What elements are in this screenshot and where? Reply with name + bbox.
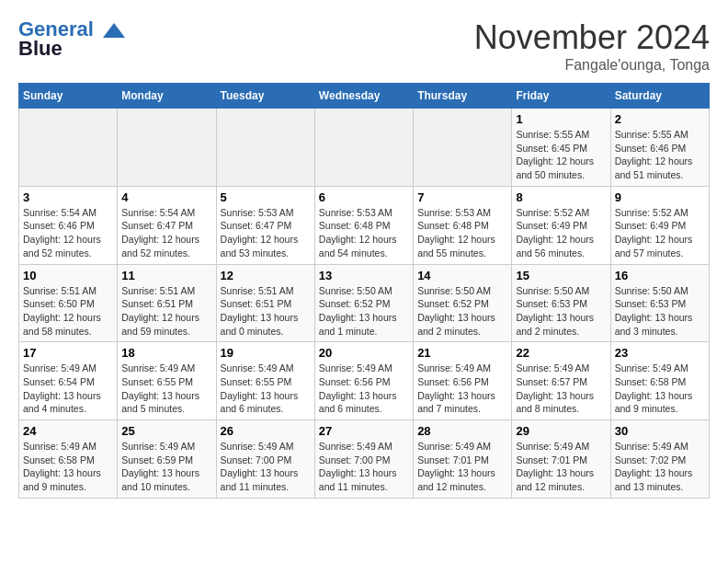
calendar-cell: 7Sunrise: 5:53 AM Sunset: 6:48 PM Daylig… [414,186,512,264]
location-subtitle: Fangale'ounga, Tonga [474,57,710,74]
day-info: Sunrise: 5:54 AM Sunset: 6:46 PM Dayligh… [23,206,113,260]
week-row-2: 10Sunrise: 5:51 AM Sunset: 6:50 PM Dayli… [19,264,710,342]
day-number: 6 [319,190,409,204]
day-info: Sunrise: 5:49 AM Sunset: 6:56 PM Dayligh… [319,362,409,416]
day-info: Sunrise: 5:54 AM Sunset: 6:47 PM Dayligh… [121,206,211,260]
day-info: Sunrise: 5:53 AM Sunset: 6:48 PM Dayligh… [417,206,507,260]
calendar-cell: 17Sunrise: 5:49 AM Sunset: 6:54 PM Dayli… [19,342,118,420]
day-number: 24 [23,424,113,438]
month-title: November 2024 [474,18,710,57]
calendar-cell: 9Sunrise: 5:52 AM Sunset: 6:49 PM Daylig… [610,186,709,264]
weekday-header-tuesday: Tuesday [216,84,314,109]
day-info: Sunrise: 5:49 AM Sunset: 6:57 PM Dayligh… [516,362,606,416]
day-info: Sunrise: 5:49 AM Sunset: 7:00 PM Dayligh… [221,440,311,494]
day-number: 27 [319,424,409,438]
calendar-cell: 27Sunrise: 5:49 AM Sunset: 7:00 PM Dayli… [314,420,413,499]
day-number: 4 [121,190,211,204]
calendar-cell: 3Sunrise: 5:54 AM Sunset: 6:46 PM Daylig… [19,186,118,264]
calendar-cell: 8Sunrise: 5:52 AM Sunset: 6:49 PM Daylig… [512,186,610,264]
day-info: Sunrise: 5:52 AM Sunset: 6:49 PM Dayligh… [516,206,606,260]
day-number: 21 [417,346,507,360]
day-number: 23 [615,346,705,360]
calendar-cell: 25Sunrise: 5:49 AM Sunset: 6:59 PM Dayli… [118,420,216,499]
day-number: 22 [516,346,606,360]
day-info: Sunrise: 5:51 AM Sunset: 6:51 PM Dayligh… [221,284,311,339]
calendar-cell [19,109,118,187]
day-number: 5 [221,190,311,204]
svg-marker-0 [103,23,125,38]
day-info: Sunrise: 5:50 AM Sunset: 6:53 PM Dayligh… [516,284,606,339]
logo-icon [101,21,127,40]
calendar-cell [414,109,512,187]
calendar-cell: 1Sunrise: 5:55 AM Sunset: 6:45 PM Daylig… [512,109,610,187]
day-info: Sunrise: 5:50 AM Sunset: 6:53 PM Dayligh… [615,284,705,339]
calendar-cell: 29Sunrise: 5:49 AM Sunset: 7:01 PM Dayli… [512,420,610,499]
day-number: 30 [615,424,705,438]
day-number: 26 [221,424,311,438]
weekday-header-saturday: Saturday [610,84,709,109]
day-number: 14 [417,269,507,282]
day-number: 3 [23,190,113,204]
calendar-cell: 30Sunrise: 5:49 AM Sunset: 7:02 PM Dayli… [610,420,709,499]
day-info: Sunrise: 5:49 AM Sunset: 6:54 PM Dayligh… [23,362,113,416]
calendar-cell: 10Sunrise: 5:51 AM Sunset: 6:50 PM Dayli… [19,264,118,342]
day-number: 7 [417,190,507,204]
day-number: 15 [516,269,606,282]
day-number: 10 [23,269,113,282]
calendar-cell [216,109,314,187]
day-info: Sunrise: 5:49 AM Sunset: 6:59 PM Dayligh… [121,440,211,494]
week-row-1: 3Sunrise: 5:54 AM Sunset: 6:46 PM Daylig… [19,186,710,264]
day-number: 9 [615,190,705,204]
day-number: 19 [221,346,311,360]
day-info: Sunrise: 5:52 AM Sunset: 6:49 PM Dayligh… [615,206,705,260]
day-info: Sunrise: 5:50 AM Sunset: 6:52 PM Dayligh… [319,284,409,339]
calendar-cell: 2Sunrise: 5:55 AM Sunset: 6:46 PM Daylig… [610,109,709,187]
calendar-cell: 21Sunrise: 5:49 AM Sunset: 6:56 PM Dayli… [414,342,512,420]
calendar-cell: 11Sunrise: 5:51 AM Sunset: 6:51 PM Dayli… [118,264,216,342]
day-number: 20 [319,346,409,360]
calendar-cell: 6Sunrise: 5:53 AM Sunset: 6:48 PM Daylig… [314,186,413,264]
day-info: Sunrise: 5:55 AM Sunset: 6:46 PM Dayligh… [615,128,705,182]
title-section: November 2024 Fangale'ounga, Tonga [474,18,710,74]
day-info: Sunrise: 5:49 AM Sunset: 6:58 PM Dayligh… [23,440,113,494]
day-info: Sunrise: 5:49 AM Sunset: 6:55 PM Dayligh… [121,362,211,416]
calendar-table: SundayMondayTuesdayWednesdayThursdayFrid… [18,83,710,499]
day-info: Sunrise: 5:49 AM Sunset: 7:01 PM Dayligh… [417,440,507,494]
week-row-4: 24Sunrise: 5:49 AM Sunset: 6:58 PM Dayli… [19,420,710,499]
weekday-header-friday: Friday [512,84,610,109]
calendar-cell [118,109,216,187]
day-info: Sunrise: 5:53 AM Sunset: 6:48 PM Dayligh… [319,206,409,260]
day-info: Sunrise: 5:50 AM Sunset: 6:52 PM Dayligh… [417,284,507,339]
day-info: Sunrise: 5:49 AM Sunset: 6:55 PM Dayligh… [221,362,311,416]
week-row-3: 17Sunrise: 5:49 AM Sunset: 6:54 PM Dayli… [19,342,710,420]
weekday-header-thursday: Thursday [414,84,512,109]
day-info: Sunrise: 5:53 AM Sunset: 6:47 PM Dayligh… [221,206,311,260]
day-number: 2 [615,112,705,126]
day-info: Sunrise: 5:49 AM Sunset: 7:01 PM Dayligh… [516,440,606,494]
page-header: General Blue November 2024 Fangale'ounga… [18,18,710,74]
day-number: 8 [516,190,606,204]
calendar-cell: 13Sunrise: 5:50 AM Sunset: 6:52 PM Dayli… [314,264,413,342]
calendar-cell: 22Sunrise: 5:49 AM Sunset: 6:57 PM Dayli… [512,342,610,420]
calendar-cell: 24Sunrise: 5:49 AM Sunset: 6:58 PM Dayli… [19,420,118,499]
day-number: 17 [23,346,113,360]
calendar-cell: 4Sunrise: 5:54 AM Sunset: 6:47 PM Daylig… [118,186,216,264]
calendar-cell: 20Sunrise: 5:49 AM Sunset: 6:56 PM Dayli… [314,342,413,420]
calendar-cell: 15Sunrise: 5:50 AM Sunset: 6:53 PM Dayli… [512,264,610,342]
day-number: 16 [615,269,705,282]
day-number: 28 [417,424,507,438]
day-number: 25 [121,424,211,438]
calendar-cell: 23Sunrise: 5:49 AM Sunset: 6:58 PM Dayli… [610,342,709,420]
day-info: Sunrise: 5:49 AM Sunset: 7:00 PM Dayligh… [319,440,409,494]
week-row-0: 1Sunrise: 5:55 AM Sunset: 6:45 PM Daylig… [19,109,710,187]
day-info: Sunrise: 5:49 AM Sunset: 6:56 PM Dayligh… [417,362,507,416]
day-number: 1 [516,112,606,126]
calendar-cell: 19Sunrise: 5:49 AM Sunset: 6:55 PM Dayli… [216,342,314,420]
logo: General Blue [18,18,129,61]
weekday-header-row: SundayMondayTuesdayWednesdayThursdayFrid… [19,84,710,109]
calendar-cell [314,109,413,187]
day-info: Sunrise: 5:49 AM Sunset: 7:02 PM Dayligh… [615,440,705,494]
day-info: Sunrise: 5:55 AM Sunset: 6:45 PM Dayligh… [516,128,606,182]
calendar-cell: 5Sunrise: 5:53 AM Sunset: 6:47 PM Daylig… [216,186,314,264]
day-number: 29 [516,424,606,438]
